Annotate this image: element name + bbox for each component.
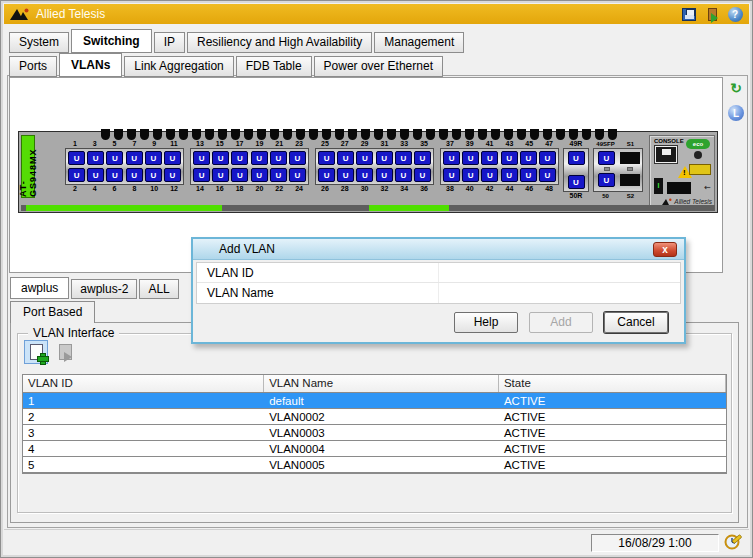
save-icon[interactable] xyxy=(681,7,697,22)
tab-management[interactable]: Management xyxy=(374,32,464,53)
switch-port-10[interactable]: U xyxy=(145,168,162,182)
add-vlan-button[interactable] xyxy=(24,340,48,364)
switch-port-48[interactable]: U xyxy=(539,168,556,182)
switch-port-28[interactable]: U xyxy=(337,168,354,182)
switch-port-6[interactable]: U xyxy=(106,168,123,182)
switch-port-9[interactable]: U xyxy=(145,151,162,165)
tab-all[interactable]: ALL xyxy=(139,279,178,299)
switch-port-7[interactable]: U xyxy=(126,151,143,165)
switch-port-11[interactable]: U xyxy=(164,151,181,165)
sfp-slot-s2[interactable] xyxy=(620,174,640,186)
switch-port-17[interactable]: U xyxy=(231,151,248,165)
vlan-id-field[interactable] xyxy=(439,263,680,282)
tab-awplus-2[interactable]: awplus-2 xyxy=(71,279,137,299)
switch-port-16[interactable]: U xyxy=(212,168,229,182)
switch-port-21[interactable]: U xyxy=(270,151,287,165)
switch-port-42[interactable]: U xyxy=(481,168,498,182)
column-header-vlan-id: VLAN ID xyxy=(23,375,264,392)
close-icon[interactable]: x xyxy=(653,242,677,257)
switch-port-50-sfp[interactable]: U xyxy=(598,173,615,187)
switch-port-14[interactable]: U xyxy=(193,168,210,182)
switch-port-27[interactable]: U xyxy=(337,151,354,165)
switch-port-43[interactable]: U xyxy=(501,151,518,165)
switch-port-13[interactable]: U xyxy=(193,151,210,165)
refresh-icon[interactable]: ↻ xyxy=(729,81,744,96)
switch-port-15[interactable]: U xyxy=(212,151,229,165)
switch-port-12[interactable]: U xyxy=(164,168,181,182)
switch-port-20[interactable]: U xyxy=(251,168,268,182)
switch-port-46[interactable]: U xyxy=(520,168,537,182)
dialog-footer: Help Add Cancel xyxy=(193,304,684,341)
tab-system[interactable]: System xyxy=(9,32,69,53)
table-row[interactable]: 4VLAN0004ACTIVE xyxy=(23,441,726,457)
tab-switching[interactable]: Switching xyxy=(71,29,152,53)
switch-port-25[interactable]: U xyxy=(318,151,335,165)
switch-port-37[interactable]: U xyxy=(443,151,460,165)
switch-port-3[interactable]: U xyxy=(87,151,104,165)
tab-awplus[interactable]: awplus xyxy=(10,277,69,299)
tab-ip[interactable]: IP xyxy=(154,32,185,53)
eco-badge: eco xyxy=(686,139,710,149)
switch-port-23[interactable]: U xyxy=(289,151,306,165)
switch-port-49-sfp[interactable]: U xyxy=(598,151,615,165)
switch-port-50r[interactable]: U xyxy=(568,175,585,189)
switch-port-44[interactable]: U xyxy=(501,168,518,182)
switch-port-33[interactable]: U xyxy=(395,151,412,165)
edit-vlan-button-disabled[interactable] xyxy=(53,340,77,364)
switch-port-47[interactable]: U xyxy=(539,151,556,165)
tab-resiliency[interactable]: Resiliency and High Availability xyxy=(187,32,372,53)
table-cell: ACTIVE xyxy=(499,457,726,472)
switch-port-34[interactable]: U xyxy=(395,168,412,182)
switch-port-19[interactable]: U xyxy=(251,151,268,165)
tab-link-aggregation[interactable]: Link Aggregation xyxy=(124,56,233,77)
port-number-label: 29 xyxy=(355,140,375,148)
dialog-title-bar[interactable]: Add VLAN x xyxy=(193,239,684,260)
tab-power-over-ethernet[interactable]: Power over Ethernet xyxy=(314,56,443,77)
tab-vlans[interactable]: VLANs xyxy=(59,53,122,77)
table-row[interactable]: 5VLAN0005ACTIVE xyxy=(23,457,726,473)
switch-port-40[interactable]: U xyxy=(462,168,479,182)
switch-port-18[interactable]: U xyxy=(231,168,248,182)
console-port[interactable] xyxy=(655,146,677,163)
help-icon[interactable]: ? xyxy=(727,7,743,22)
switch-port-38[interactable]: U xyxy=(443,168,460,182)
switch-port-41[interactable]: U xyxy=(481,151,498,165)
clock-edit-icon[interactable] xyxy=(724,533,742,551)
lock-icon[interactable]: L xyxy=(728,105,744,121)
usb-port[interactable] xyxy=(667,182,691,194)
tab-port-based[interactable]: Port Based xyxy=(10,301,95,323)
vlan-name-field[interactable] xyxy=(439,283,680,303)
switch-port-26[interactable]: U xyxy=(318,168,335,182)
switch-port-45[interactable]: U xyxy=(520,151,537,165)
table-row[interactable]: 3VLAN0003ACTIVE xyxy=(23,425,726,441)
switch-port-32[interactable]: U xyxy=(376,168,393,182)
logout-icon[interactable] xyxy=(704,7,720,22)
switch-port-35[interactable]: U xyxy=(414,151,431,165)
switch-port-30[interactable]: U xyxy=(356,168,373,182)
eco-button[interactable] xyxy=(694,151,702,159)
switch-port-31[interactable]: U xyxy=(376,151,393,165)
switch-port-1[interactable]: U xyxy=(68,151,85,165)
switch-port-39[interactable]: U xyxy=(462,151,479,165)
switch-port-2[interactable]: U xyxy=(68,168,85,182)
table-row[interactable]: 2VLAN0002ACTIVE xyxy=(23,409,726,425)
cancel-button[interactable]: Cancel xyxy=(604,312,668,333)
switch-port-4[interactable]: U xyxy=(87,168,104,182)
table-cell: 3 xyxy=(23,425,264,440)
switch-port-24[interactable]: U xyxy=(289,168,306,182)
tab-fdb-table[interactable]: FDB Table xyxy=(236,56,312,77)
switch-port-29[interactable]: U xyxy=(356,151,373,165)
switch-port-49r[interactable]: U xyxy=(568,151,585,165)
switch-port-8[interactable]: U xyxy=(126,168,143,182)
vlan-table-header: VLAN ID VLAN Name State xyxy=(23,375,726,393)
table-row[interactable]: 1defaultACTIVE xyxy=(23,393,726,409)
tab-ports[interactable]: Ports xyxy=(9,56,57,77)
sfp-slot-s1[interactable] xyxy=(620,152,640,164)
help-button[interactable]: Help xyxy=(454,312,518,333)
switch-port-22[interactable]: U xyxy=(270,168,287,182)
power-inlet: I xyxy=(654,178,663,194)
sfp-top-right-label: S1 xyxy=(618,140,643,148)
switch-port-5[interactable]: U xyxy=(106,151,123,165)
add-button[interactable]: Add xyxy=(529,312,593,333)
switch-port-36[interactable]: U xyxy=(414,168,431,182)
